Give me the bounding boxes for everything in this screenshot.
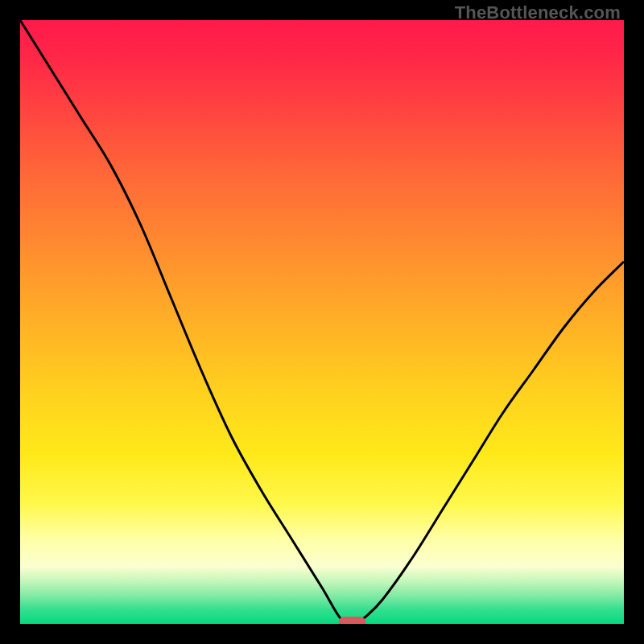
bottleneck-chart: TheBottleneck.com (0, 0, 644, 644)
watermark-text: TheBottleneck.com (455, 2, 621, 23)
plot-area (20, 20, 624, 624)
curve-layer (20, 20, 624, 624)
bottleneck-curve (20, 20, 624, 624)
optimal-point-marker (339, 617, 366, 624)
